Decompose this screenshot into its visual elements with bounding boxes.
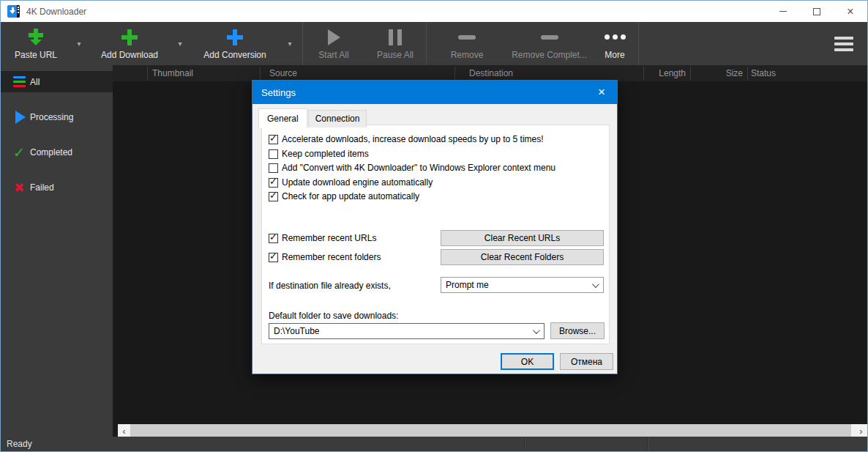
checkbox-icon xyxy=(269,149,278,159)
browse-button[interactable]: Browse... xyxy=(550,322,605,339)
column-header-thumbnail[interactable]: Thumbnail xyxy=(152,68,193,78)
more-dots-icon xyxy=(613,34,618,40)
sidebar: All Processing ✓ Completed ✖ Failed xyxy=(1,65,113,438)
clear-recent-folders-button[interactable]: Clear Recent Folders xyxy=(441,249,604,265)
column-header-source[interactable]: Source xyxy=(269,68,297,78)
add-download-button[interactable]: Add Download xyxy=(91,22,168,65)
column-separator xyxy=(454,67,455,80)
sidebar-item-all[interactable]: All xyxy=(1,71,113,92)
chevron-down-icon xyxy=(533,327,540,334)
minimize-button[interactable] xyxy=(766,1,800,22)
download-list-header: Thumbnail Source Destination Length Size… xyxy=(113,65,867,81)
pause-icon xyxy=(389,29,402,45)
window-title: 4K Downloader xyxy=(26,7,86,17)
add-conversion-dropdown[interactable]: ▾ xyxy=(277,22,302,65)
hamburger-icon xyxy=(834,37,853,40)
chevron-left-icon: ‹ xyxy=(122,426,125,437)
check-icon: ✓ xyxy=(13,146,25,160)
checkbox-icon: ✓ xyxy=(269,234,278,243)
main-area: All Processing ✓ Completed ✖ Failed Thum… xyxy=(1,65,867,438)
app-window: 4K Downloader × Paste URL ▾ Add Download… xyxy=(0,0,868,452)
clear-recent-urls-button[interactable]: Clear Recent URLs xyxy=(441,230,604,246)
checkbox-accelerate-downloads[interactable]: ✓ Accelerate downloads, increase downloa… xyxy=(269,133,544,145)
paste-url-dropdown[interactable]: ▾ xyxy=(67,22,91,65)
default-folder-combobox[interactable]: D:\YouTube xyxy=(269,323,545,339)
app-logo-icon xyxy=(7,5,20,18)
column-separator xyxy=(147,67,148,80)
status-text: Ready xyxy=(7,439,32,449)
checkbox-icon: ✓ xyxy=(269,253,278,262)
chevron-down-icon: ▾ xyxy=(178,40,182,48)
plus-icon xyxy=(121,29,138,46)
checkbox-icon: ✓ xyxy=(269,192,278,201)
close-icon: × xyxy=(847,6,853,18)
filter-all-icon xyxy=(13,76,26,88)
cancel-button[interactable]: Отмена xyxy=(560,353,613,370)
statusbar-separator xyxy=(647,437,648,451)
checkbox-icon: ✓ xyxy=(269,178,278,188)
play-icon xyxy=(15,111,26,124)
dash-icon xyxy=(541,35,558,40)
column-separator xyxy=(747,67,748,80)
column-separator xyxy=(260,67,261,80)
start-all-button[interactable]: Start All xyxy=(303,22,364,65)
chevron-right-icon: › xyxy=(859,426,862,437)
column-header-size[interactable]: Size xyxy=(690,68,743,78)
dash-icon xyxy=(458,35,476,40)
column-header-status[interactable]: Status xyxy=(751,68,776,78)
checkbox-remember-folders[interactable]: ✓ Remember recent folders xyxy=(269,251,381,263)
column-header-destination[interactable]: Destination xyxy=(469,68,513,78)
paste-url-button[interactable]: Paste URL xyxy=(5,22,67,65)
dialog-title: Settings xyxy=(261,87,296,98)
checkbox-icon: ✓ xyxy=(269,135,278,144)
checkbox-keep-completed[interactable]: Keep completed items xyxy=(269,148,369,160)
tab-connection[interactable]: Connection xyxy=(308,110,367,127)
remove-button[interactable]: Remove xyxy=(427,22,507,65)
checkbox-context-menu[interactable]: Add "Convert with 4K Downloader" to Wind… xyxy=(269,162,555,174)
pause-all-button[interactable]: Pause All xyxy=(364,22,426,65)
sidebar-item-processing[interactable]: Processing xyxy=(1,100,113,135)
paste-plus-icon xyxy=(27,29,45,46)
add-download-dropdown[interactable]: ▾ xyxy=(168,22,192,65)
default-folder-label: Default folder to save downloads: xyxy=(269,311,398,321)
sidebar-item-failed[interactable]: ✖ Failed xyxy=(1,170,113,205)
column-header-length[interactable]: Length xyxy=(643,68,686,78)
titlebar: 4K Downloader × xyxy=(1,1,867,22)
checkbox-update-engine[interactable]: ✓ Update download engine automatically xyxy=(269,177,433,188)
menu-button[interactable] xyxy=(820,22,867,65)
close-icon: × xyxy=(598,85,605,100)
ok-button[interactable]: OK xyxy=(501,353,554,370)
checkbox-remember-urls[interactable]: ✓ Remember recent URLs xyxy=(269,232,376,244)
dialog-tabs: General Connection xyxy=(258,108,367,127)
if-exists-label: If destination file already exists, xyxy=(269,281,391,291)
general-tab-panel: ✓ Accelerate downloads, increase downloa… xyxy=(261,125,610,344)
chevron-down-icon: ▾ xyxy=(288,40,291,48)
cross-icon: ✖ xyxy=(14,182,24,194)
minimize-icon xyxy=(779,11,787,12)
more-button[interactable]: More xyxy=(591,22,638,65)
toolbar: Paste URL ▾ Add Download ▾ Add Conversio… xyxy=(1,22,867,65)
tab-general[interactable]: General xyxy=(258,108,307,128)
maximize-icon xyxy=(813,8,820,15)
chevron-down-icon xyxy=(592,281,599,288)
remove-completed-button[interactable]: Remove Complet... xyxy=(507,22,591,65)
settings-dialog: Settings × General Connection ✓ Accelera… xyxy=(252,80,618,374)
chevron-down-icon: ▾ xyxy=(77,40,81,48)
checkbox-icon xyxy=(269,163,278,173)
statusbar: Ready xyxy=(1,437,867,451)
play-icon xyxy=(328,29,340,45)
if-exists-dropdown[interactable]: Prompt me xyxy=(441,277,604,293)
maximize-button[interactable] xyxy=(800,1,834,22)
statusbar-separator xyxy=(524,437,525,451)
plus-icon xyxy=(226,29,244,46)
dialog-close-button[interactable]: × xyxy=(586,81,617,104)
dialog-titlebar: Settings × xyxy=(252,81,617,104)
close-button[interactable]: × xyxy=(834,1,867,22)
add-conversion-button[interactable]: Add Conversion xyxy=(192,22,277,65)
window-controls: × xyxy=(766,1,867,22)
sidebar-item-completed[interactable]: ✓ Completed xyxy=(1,135,113,170)
checkbox-check-app-update[interactable]: ✓ Check for app update automatically xyxy=(269,190,419,202)
